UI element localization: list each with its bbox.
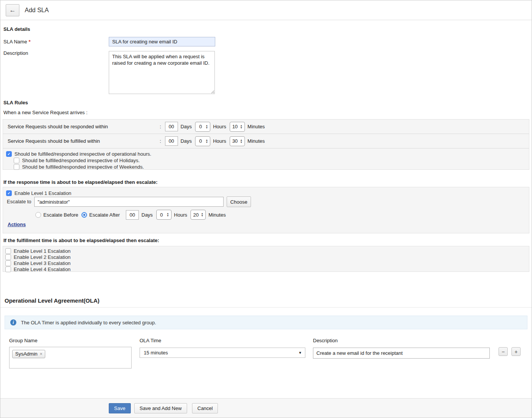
fulfill-days-input[interactable] — [165, 136, 178, 146]
cancel-button[interactable]: Cancel — [192, 403, 218, 413]
fulfill-level3-checkbox[interactable] — [5, 260, 11, 266]
sla-details-heading: SLA details — [3, 26, 30, 32]
ola-heading: Operational Level Agreement(OLA) — [5, 297, 100, 304]
escalate-before-radio[interactable] — [35, 212, 41, 218]
page-title: Add SLA — [25, 0, 49, 20]
holidays-label: Should be fulfilled/responded irrespecti… — [22, 158, 140, 163]
holidays-option: Should be fulfilled/responded irrespecti… — [14, 157, 529, 164]
group-name-label: Group Name — [9, 338, 37, 343]
escalate-after-label: Escalate After — [89, 212, 120, 218]
operational-hours-checkbox[interactable]: ✓ — [6, 151, 12, 157]
ola-info-bar: i The OLA Timer is applied individually … — [5, 316, 527, 329]
weekends-checkbox[interactable] — [14, 164, 19, 170]
ola-description-input[interactable] — [313, 348, 490, 359]
remove-ola-row-button[interactable]: − — [499, 347, 508, 356]
spinner-arrows-icon[interactable]: ▲▼ — [205, 124, 208, 129]
description-textarea[interactable]: This SLA will be applied when a request … — [109, 51, 215, 94]
spinner-arrows-icon[interactable]: ▲▼ — [240, 124, 243, 129]
fulfill-rule-label: Service Requests should be fulfilled wit… — [3, 138, 160, 144]
fulfill-level1-label: Enable Level 1 Escalation — [14, 248, 71, 254]
escalate-to-input[interactable] — [34, 197, 224, 207]
days-unit-label: Days — [181, 138, 192, 144]
back-button[interactable]: ← — [6, 4, 19, 16]
header-bar: ← Add SLA — [0, 0, 532, 20]
add-ola-row-button[interactable]: + — [511, 347, 521, 356]
weekends-label: Should be fulfilled/responded irrespecti… — [22, 164, 144, 170]
escalate-after-radio[interactable] — [81, 212, 87, 218]
fulfill-level2-checkbox[interactable] — [5, 254, 11, 260]
description-label: Description — [3, 50, 28, 56]
enable-level1-response-checkbox[interactable]: ✓ — [6, 190, 12, 196]
spinner-arrows-icon[interactable]: ▲▼ — [201, 212, 203, 217]
response-escalation-heading: If the response time is about to be elap… — [3, 179, 157, 185]
ola-info-text: The OLA Timer is applied individually to… — [21, 320, 156, 325]
save-button[interactable]: Save — [109, 403, 131, 413]
minutes-unit-label: Minutes — [248, 138, 265, 144]
days-unit-label: Days — [141, 212, 153, 218]
operational-hours-label: Should be fulfilled/responded irrespecti… — [14, 151, 151, 157]
fulfill-level3-option: Enable Level 3 Escalation — [5, 260, 529, 266]
ola-description-label: Description — [313, 338, 338, 343]
fulfill-rule-row: Service Requests should be fulfilled wit… — [3, 134, 529, 148]
sla-name-input[interactable] — [109, 37, 215, 46]
hours-unit-label: Hours — [213, 138, 226, 144]
respond-rule-label: Service Requests should be responded wit… — [3, 124, 160, 129]
actions-link[interactable]: Actions — [8, 222, 26, 227]
ola-divider — [0, 307, 532, 308]
holidays-checkbox[interactable] — [14, 158, 19, 163]
enable-level1-response-label: Enable Level 1 Escalation — [14, 190, 71, 196]
add-sla-page: ← Add SLA SLA details SLA Name* Descript… — [0, 0, 532, 418]
weekends-option: Should be fulfilled/responded irrespecti… — [14, 164, 529, 170]
fulfill-minutes-spinner[interactable]: 30 ▲▼ — [230, 136, 245, 146]
minutes-unit-label: Minutes — [208, 212, 226, 218]
escalate-before-label: Escalate Before — [43, 212, 78, 218]
ola-time-label: OLA Time — [140, 338, 161, 343]
respond-hours-spinner[interactable]: 0 ▲▼ — [195, 122, 210, 132]
sla-rules-heading: SLA Rules — [3, 100, 28, 105]
escalation-minutes-spinner[interactable]: 20 ▲▼ — [191, 210, 206, 220]
days-unit-label: Days — [181, 124, 192, 129]
fulfill-level4-option: Enable Level 4 Escalation — [5, 266, 529, 272]
sla-rules-intro: When a new Service Request arrives : — [3, 110, 87, 115]
fulfill-level2-option: Enable Level 2 Escalation — [5, 254, 529, 260]
back-arrow-icon: ← — [10, 6, 16, 14]
required-asterisk: * — [29, 39, 30, 45]
spinner-arrows-icon[interactable]: ▲▼ — [205, 139, 208, 144]
info-icon: i — [10, 319, 16, 325]
hours-unit-label: Hours — [174, 212, 187, 218]
spinner-arrows-icon[interactable]: ▲▼ — [167, 212, 169, 217]
ola-time-value: 15 minutes — [144, 350, 168, 356]
caret-down-icon: ▾ — [299, 350, 301, 355]
group-chip: SysAdmin × — [12, 350, 45, 358]
respond-minutes-spinner[interactable]: 10 ▲▼ — [230, 122, 245, 132]
group-name-multiselect[interactable]: SysAdmin × — [9, 347, 132, 369]
hours-unit-label: Hours — [213, 124, 226, 129]
escalate-to-label: Escalate to — [7, 199, 31, 204]
escalation-days-input[interactable] — [126, 210, 139, 220]
response-escalation-box: ✓ Enable Level 1 Escalation Escalate to … — [3, 187, 529, 233]
sla-rules-box: Service Requests should be responded wit… — [3, 119, 529, 170]
respond-days-input[interactable] — [165, 122, 178, 131]
choose-button[interactable]: Choose — [227, 196, 251, 207]
fulfill-level4-checkbox[interactable] — [5, 266, 11, 272]
fulfillment-escalation-heading: If the fulfillment time is about to be e… — [3, 238, 159, 243]
fulfill-level4-label: Enable Level 4 Escalation — [14, 266, 71, 272]
enable-level1-response-option: ✓ Enable Level 1 Escalation — [6, 190, 71, 196]
minutes-unit-label: Minutes — [248, 124, 265, 129]
fulfill-level1-option: Enable Level 1 Escalation — [5, 248, 529, 254]
sla-name-label: SLA Name* — [3, 39, 30, 45]
escalation-hours-spinner[interactable]: 0 ▲▼ — [156, 210, 172, 220]
fulfillment-escalation-box: Enable Level 1 Escalation Enable Level 2… — [3, 246, 529, 272]
footer-bar: Save Save and Add New Cancel — [0, 398, 532, 418]
save-and-add-new-button[interactable]: Save and Add New — [134, 403, 187, 413]
ola-time-select[interactable]: 15 minutes ▾ — [140, 348, 305, 358]
fulfill-level1-checkbox[interactable] — [5, 248, 11, 254]
fulfill-level3-label: Enable Level 3 Escalation — [14, 260, 71, 266]
chip-remove-icon[interactable]: × — [40, 351, 43, 357]
spinner-arrows-icon[interactable]: ▲▼ — [240, 139, 243, 144]
fulfill-hours-spinner[interactable]: 0 ▲▼ — [195, 136, 210, 146]
operational-hours-option: ✓ Should be fulfilled/responded irrespec… — [6, 151, 529, 157]
group-chip-label: SysAdmin — [15, 351, 38, 357]
respond-rule-row: Service Requests should be responded wit… — [3, 120, 529, 134]
fulfill-level2-label: Enable Level 2 Escalation — [14, 254, 71, 260]
